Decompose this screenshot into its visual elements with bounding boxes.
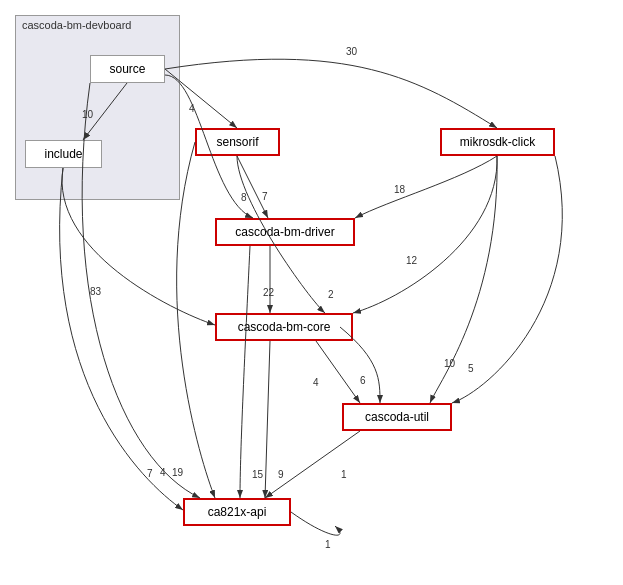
label-5: 5	[468, 363, 474, 374]
node-cascoda-util-label: cascoda-util	[365, 410, 429, 424]
node-sensorif: sensorif	[195, 128, 280, 156]
label-22: 22	[263, 287, 275, 298]
node-include-label: include	[44, 147, 82, 161]
node-cascoda-bm-core-label: cascoda-bm-core	[238, 320, 331, 334]
node-ca821x-api: ca821x-api	[183, 498, 291, 526]
label-4: 4	[189, 103, 195, 114]
node-mikrosdk-click: mikrosdk-click	[440, 128, 555, 156]
label-1b: 1	[325, 539, 331, 550]
label-7: 7	[262, 191, 268, 202]
node-sensorif-label: sensorif	[216, 135, 258, 149]
label-30: 30	[346, 46, 358, 57]
node-cascoda-bm-driver-label: cascoda-bm-driver	[235, 225, 334, 239]
node-include: include	[25, 140, 102, 168]
label-9: 9	[278, 469, 284, 480]
label-4b: 4	[313, 377, 319, 388]
node-source: source	[90, 55, 165, 83]
label-15: 15	[252, 469, 264, 480]
node-cascoda-bm-core: cascoda-bm-core	[215, 313, 353, 341]
node-mikrosdk-click-label: mikrosdk-click	[460, 135, 535, 149]
node-devboard-group: cascoda-bm-devboard	[15, 15, 180, 200]
label-10b: 10	[444, 358, 456, 369]
label-19: 19	[172, 467, 184, 478]
label-6: 6	[360, 375, 366, 386]
label-2: 2	[328, 289, 334, 300]
label-4c: 4	[160, 467, 166, 478]
diagram-container: cascoda-bm-devboard source include senso…	[0, 0, 623, 585]
label-18: 18	[394, 184, 406, 195]
node-source-label: source	[109, 62, 145, 76]
label-83: 83	[90, 286, 102, 297]
node-cascoda-bm-driver: cascoda-bm-driver	[215, 218, 355, 246]
label-7b: 7	[147, 468, 153, 479]
devboard-group-label: cascoda-bm-devboard	[22, 19, 131, 31]
node-ca821x-api-label: ca821x-api	[208, 505, 267, 519]
label-8: 8	[241, 192, 247, 203]
node-cascoda-util: cascoda-util	[342, 403, 452, 431]
label-1: 1	[341, 469, 347, 480]
label-12: 12	[406, 255, 418, 266]
